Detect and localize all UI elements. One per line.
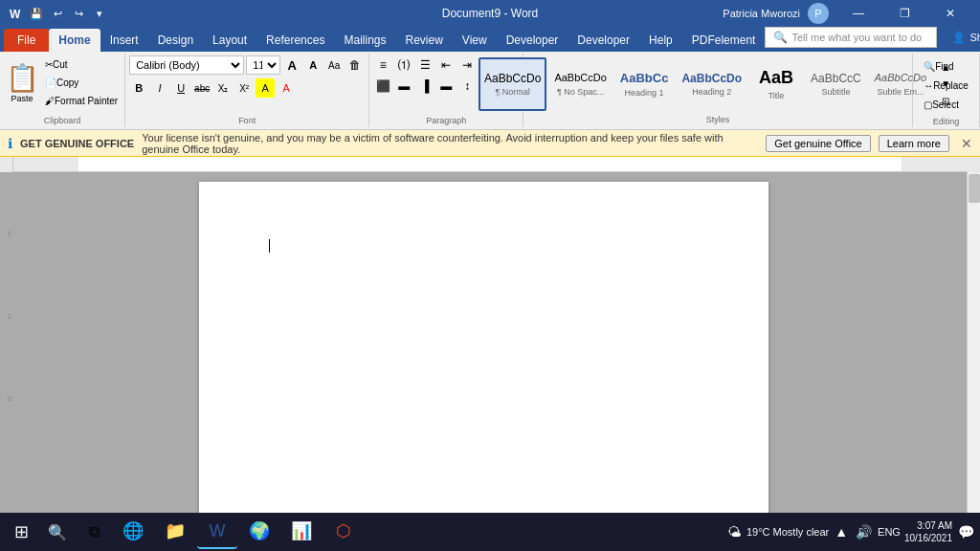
line-spacing-btn[interactable]: ↕ — [457, 77, 477, 96]
ruler-area — [0, 157, 980, 172]
app4-taskbar[interactable]: 📊 — [281, 515, 322, 549]
tab-home[interactable]: Home — [49, 29, 100, 52]
font-color-btn[interactable]: A — [277, 78, 296, 98]
system-clock[interactable]: 3:07 AM 10/16/2021 — [904, 519, 952, 544]
notifications-icon[interactable]: 💬 — [956, 522, 976, 541]
tab-file[interactable]: File — [4, 29, 49, 52]
style-h2-preview: AaBbCcDo — [681, 72, 742, 85]
weather-icon[interactable]: 🌤 — [725, 522, 743, 541]
get-genuine-btn[interactable]: Get genuine Office — [766, 135, 871, 152]
style-subtitle-label: Subtitle — [821, 87, 850, 97]
replace-button[interactable]: ↔ Replace — [921, 77, 971, 94]
style-title-preview: AaB — [759, 68, 793, 89]
style-no-spacing-preview: AaBbCcDo — [554, 72, 606, 84]
align-center-btn[interactable]: ▬ — [394, 77, 413, 96]
style-heading1[interactable]: AaBbCc Heading 1 — [614, 57, 675, 111]
font-size-select[interactable]: 11 — [246, 55, 280, 75]
tab-help[interactable]: Help — [639, 29, 682, 52]
notification-close-btn[interactable]: ✕ — [961, 136, 972, 151]
justify-btn[interactable]: ▬ — [436, 77, 456, 96]
margin-numbers: 1 2 3 — [8, 230, 11, 403]
vertical-scrollbar[interactable] — [967, 172, 980, 530]
find-button[interactable]: 🔍 Find — [921, 57, 971, 75]
decrease-indent-btn[interactable]: ⇤ — [436, 55, 456, 75]
tab-references[interactable]: References — [256, 29, 334, 52]
volume-icon[interactable]: 🔊 — [854, 522, 874, 541]
bullets-btn[interactable]: ≡ — [373, 55, 392, 75]
select-button[interactable]: ▢ Select — [921, 96, 971, 113]
search-taskbar-btn[interactable]: 🔍 — [40, 515, 75, 549]
paste-button[interactable]: 📋 Paste — [4, 56, 40, 108]
tab-review[interactable]: Review — [395, 29, 452, 52]
tray-language: ENG — [878, 526, 901, 538]
redo-qa-btn[interactable]: ↪ — [69, 4, 88, 23]
increase-indent-btn[interactable]: ⇥ — [457, 55, 477, 75]
restore-btn[interactable]: ❐ — [882, 0, 926, 27]
superscript-button[interactable]: X² — [234, 78, 254, 98]
save-qa-btn[interactable]: 💾 — [27, 4, 46, 23]
start-button[interactable]: ⊞ — [4, 515, 38, 549]
learn-more-btn[interactable]: Learn more — [879, 135, 949, 152]
numbering-btn[interactable]: ⑴ — [394, 55, 413, 75]
subscript-button[interactable]: X₂ — [213, 78, 233, 98]
tab-layout[interactable]: Layout — [203, 29, 256, 52]
tab-view[interactable]: View — [453, 29, 497, 52]
font-case-btn[interactable]: Aa — [324, 55, 344, 75]
tab-developer2[interactable]: Developer — [568, 29, 639, 52]
style-title-label: Title — [768, 91, 785, 100]
tell-me-input[interactable]: 🔍 Tell me what you want to do — [765, 27, 937, 48]
minimize-btn[interactable]: — — [836, 0, 880, 27]
style-subtitle[interactable]: AaBbCcC Subtitle — [805, 57, 867, 111]
word-taskbar active[interactable]: W — [197, 515, 237, 549]
tab-mailings[interactable]: Mailings — [334, 29, 395, 52]
close-btn[interactable]: ✕ — [928, 0, 972, 27]
style-subtitle-preview: AaBbCcC — [811, 72, 861, 85]
text-highlight-btn[interactable]: A — [256, 78, 275, 98]
format-painter-button[interactable]: 🖌 Format Painter — [42, 92, 121, 109]
editing-label: Editing — [917, 115, 975, 126]
file-explorer-taskbar[interactable]: 📁 — [155, 515, 195, 549]
network-icon[interactable]: ▲ — [833, 522, 850, 541]
chrome-taskbar[interactable]: 🌍 — [239, 515, 279, 549]
bold-button[interactable]: B — [129, 78, 148, 98]
customize-qa-btn[interactable]: ▾ — [90, 4, 109, 23]
font-shrink-btn[interactable]: A — [303, 55, 323, 75]
document-scroll-area[interactable] — [13, 172, 953, 530]
align-left-btn[interactable]: ⬛ — [373, 77, 392, 96]
copy-button[interactable]: 📄 Copy — [42, 74, 121, 91]
user-avatar[interactable]: P — [808, 3, 829, 24]
strikethrough-button[interactable]: abc — [192, 78, 212, 98]
ruler-side-left — [0, 157, 13, 172]
scrollbar-thumb[interactable] — [969, 174, 980, 203]
tab-insert[interactable]: Insert — [100, 29, 148, 52]
style-no-spacing[interactable]: AaBbCcDo ¶ No Spac... — [548, 57, 612, 111]
text-cursor — [269, 239, 270, 253]
italic-button[interactable]: I — [150, 78, 169, 98]
notification-title: GET GENUINE OFFICE — [20, 138, 134, 149]
app5-taskbar[interactable]: ⬡ — [323, 515, 364, 549]
ribbon: 📋 Paste ✂ Cut 📄 Copy 🖌 Format Painter Cl… — [0, 52, 980, 130]
style-normal[interactable]: AaBbCcDo ¶ Normal — [479, 57, 546, 111]
undo-qa-btn[interactable]: ↩ — [48, 4, 67, 23]
ruler-side-right — [967, 157, 980, 172]
tab-developer[interactable]: Developer — [497, 29, 568, 52]
align-right-btn[interactable]: ▐ — [415, 77, 434, 96]
tab-pdfelement[interactable]: PDFelement — [682, 29, 766, 52]
clear-format-btn[interactable]: 🗑 — [345, 55, 365, 75]
task-view-btn[interactable]: ⧉ — [77, 515, 111, 549]
share-button[interactable]: 👤 Share — [943, 26, 980, 49]
paragraph-label: Paragraph — [373, 114, 519, 125]
tab-design[interactable]: Design — [148, 29, 203, 52]
styles-gallery: AaBbCcDo ¶ Normal AaBbCcDo ¶ No Spac... … — [477, 55, 959, 113]
font-grow-btn[interactable]: A — [282, 55, 301, 75]
edge-taskbar[interactable]: 🌐 — [113, 515, 153, 549]
underline-button[interactable]: U — [171, 78, 190, 98]
style-title[interactable]: AaB Title — [749, 57, 803, 111]
ruler-active — [78, 157, 902, 171]
taskbar: ⊞ 🔍 ⧉ 🌐 📁 W 🌍 📊 ⬡ 🌤 19°C Mostly clear ▲ … — [0, 513, 980, 551]
font-row-2: B I U abc X₂ X² A A — [129, 78, 365, 98]
font-name-select[interactable]: Calibri (Body) — [129, 55, 244, 75]
cut-button[interactable]: ✂ Cut — [42, 55, 121, 73]
style-heading2[interactable]: AaBbCcDo Heading 2 — [676, 57, 747, 111]
multilevel-btn[interactable]: ☰ — [415, 55, 434, 75]
